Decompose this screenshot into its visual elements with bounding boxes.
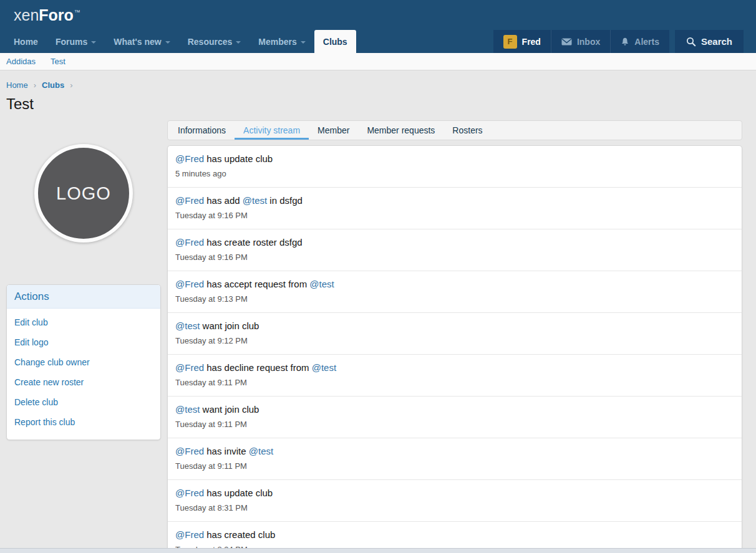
club-logo: LOGO bbox=[34, 144, 133, 243]
tab-member[interactable]: Member bbox=[309, 121, 358, 140]
inbox-label: Inbox bbox=[577, 37, 600, 47]
nav-item-label: What's new bbox=[114, 37, 161, 47]
activity-timestamp: Tuesday at 9:11 PM bbox=[175, 461, 734, 471]
nav-item-forums[interactable]: Forums bbox=[47, 30, 105, 53]
user-mention-link[interactable]: @test bbox=[249, 446, 273, 456]
activity-item: @Fred has update club5 minutes ago bbox=[168, 146, 742, 187]
action-link-report-this-club[interactable]: Report this club bbox=[14, 412, 153, 432]
breadcrumb-link-home[interactable]: Home bbox=[6, 80, 28, 90]
tab-activity-stream[interactable]: Activity stream bbox=[235, 121, 309, 140]
activity-item: @Fred has create roster dsfgdTuesday at … bbox=[168, 229, 742, 271]
site-logo[interactable]: xenForo™ bbox=[14, 6, 80, 24]
nav-item-home[interactable]: Home bbox=[5, 30, 47, 53]
tab-rosters[interactable]: Rosters bbox=[443, 121, 491, 140]
activity-text: @Fred has decline request from @test bbox=[175, 362, 734, 374]
logo-prefix: xen bbox=[14, 6, 39, 24]
activity-text-segment: want join club bbox=[200, 320, 259, 331]
account-username: Fred bbox=[522, 37, 541, 47]
action-link-edit-logo[interactable]: Edit logo bbox=[14, 332, 153, 352]
user-mention-link[interactable]: @Fred bbox=[175, 279, 204, 289]
user-mention-link[interactable]: @test bbox=[243, 195, 267, 206]
main-column: InformationsActivity streamMemberMember … bbox=[167, 120, 742, 553]
left-sidebar: LOGO Actions Edit clubEdit logoChange cl… bbox=[6, 120, 161, 440]
chevron-down-icon bbox=[165, 41, 170, 44]
alerts-button[interactable]: Alerts bbox=[610, 30, 669, 53]
activity-timestamp: Tuesday at 9:13 PM bbox=[175, 294, 734, 304]
chevron-down-icon bbox=[91, 41, 96, 44]
visitor-tabs: F Fred Inbox Alerts bbox=[493, 30, 669, 53]
action-link-change-club-owner[interactable]: Change club owner bbox=[14, 352, 153, 372]
breadcrumb-separator: › bbox=[34, 80, 36, 90]
nav-item-what-s-new[interactable]: What's new bbox=[105, 30, 178, 53]
nav-item-label: Home bbox=[14, 37, 38, 47]
activity-text-segment: in dsfgd bbox=[267, 195, 303, 206]
search-label: Search bbox=[701, 36, 732, 47]
activity-text-segment: has accept request from bbox=[204, 279, 309, 289]
logo-suffix: Foro bbox=[39, 6, 74, 24]
avatar: F bbox=[503, 35, 517, 49]
user-mention-link[interactable]: @test bbox=[175, 320, 200, 331]
search-icon bbox=[686, 37, 696, 47]
user-mention-link[interactable]: @test bbox=[312, 362, 336, 373]
activity-timestamp: Tuesday at 8:31 PM bbox=[175, 503, 734, 513]
activity-text: @Fred has created club bbox=[175, 529, 734, 541]
activity-text-segment: has update club bbox=[204, 488, 273, 498]
activity-text: @Fred has add @test in dsfgd bbox=[175, 195, 734, 207]
user-mention-link[interactable]: @Fred bbox=[175, 529, 204, 540]
user-mention-link[interactable]: @test bbox=[309, 279, 334, 289]
breadcrumb-link-clubs[interactable]: Clubs bbox=[42, 80, 64, 90]
activity-text-segment: has decline request from bbox=[204, 362, 312, 373]
activity-text: @Fred has update club bbox=[175, 487, 734, 499]
nav-item-label: Clubs bbox=[323, 37, 347, 47]
nav-item-resources[interactable]: Resources bbox=[179, 30, 250, 53]
nav-item-members[interactable]: Members bbox=[250, 30, 314, 53]
bell-icon bbox=[621, 37, 629, 46]
action-link-create-new-roster[interactable]: Create new roster bbox=[14, 372, 153, 392]
activity-text: @test want join club bbox=[175, 403, 734, 416]
user-mention-link[interactable]: @Fred bbox=[175, 195, 204, 206]
club-tabs: InformationsActivity streamMemberMember … bbox=[167, 120, 742, 140]
activity-stream: @Fred has update club5 minutes ago@Fred … bbox=[167, 145, 742, 553]
user-mention-link[interactable]: @test bbox=[175, 404, 200, 415]
page-title: Test bbox=[6, 95, 742, 113]
two-column-layout: LOGO Actions Edit clubEdit logoChange cl… bbox=[6, 120, 742, 553]
activity-text-segment: has add bbox=[204, 195, 243, 206]
subnav-link-test[interactable]: Test bbox=[51, 57, 65, 66]
chevron-down-icon bbox=[236, 41, 241, 44]
club-logo-text: LOGO bbox=[56, 183, 111, 204]
activity-text: @Fred has create roster dsfgd bbox=[175, 236, 734, 249]
window-bottom-edge bbox=[0, 548, 756, 553]
alerts-label: Alerts bbox=[634, 37, 659, 47]
trademark-mark: ™ bbox=[74, 9, 80, 16]
user-mention-link[interactable]: @Fred bbox=[175, 362, 204, 373]
action-link-delete-club[interactable]: Delete club bbox=[14, 392, 153, 412]
activity-text: @Fred has invite @test bbox=[175, 445, 734, 458]
subnav-link-addidas[interactable]: Addidas bbox=[6, 57, 36, 66]
user-mention-link[interactable]: @Fred bbox=[175, 446, 204, 456]
activity-timestamp: Tuesday at 9:11 PM bbox=[175, 377, 734, 388]
nav-items: HomeForumsWhat's newResourcesMembersClub… bbox=[5, 30, 356, 53]
tab-informations[interactable]: Informations bbox=[169, 121, 235, 140]
user-mention-link[interactable]: @Fred bbox=[175, 153, 204, 164]
nav-item-clubs[interactable]: Clubs bbox=[314, 30, 356, 53]
xenforo-club-page: xenForo™ HomeForumsWhat's newResourcesMe… bbox=[0, 0, 756, 553]
user-mention-link[interactable]: @Fred bbox=[175, 237, 204, 248]
envelope-icon bbox=[561, 38, 572, 46]
user-mention-link[interactable]: @Fred bbox=[175, 488, 204, 498]
inbox-button[interactable]: Inbox bbox=[551, 30, 610, 53]
activity-timestamp: Tuesday at 9:16 PM bbox=[175, 252, 734, 262]
activity-text: @Fred has update club bbox=[175, 153, 734, 165]
action-link-edit-club[interactable]: Edit club bbox=[14, 312, 153, 332]
activity-item: @Fred has add @test in dsfgdTuesday at 9… bbox=[168, 187, 742, 229]
search-button[interactable]: Search bbox=[675, 30, 744, 53]
account-button[interactable]: F Fred bbox=[493, 30, 551, 53]
activity-text: @test want join club bbox=[175, 320, 734, 332]
activity-timestamp: 5 minutes ago bbox=[175, 168, 734, 179]
tab-member-requests[interactable]: Member requests bbox=[358, 121, 443, 140]
breadcrumb: Home›Clubs› bbox=[6, 80, 742, 90]
activity-item: @Fred has invite @testTuesday at 9:11 PM bbox=[168, 438, 742, 479]
activity-timestamp: Tuesday at 9:12 PM bbox=[175, 335, 734, 346]
nav-item-label: Resources bbox=[188, 37, 233, 47]
visitor-nav: F Fred Inbox Alerts bbox=[493, 30, 744, 53]
activity-text-segment: has created club bbox=[204, 529, 275, 540]
